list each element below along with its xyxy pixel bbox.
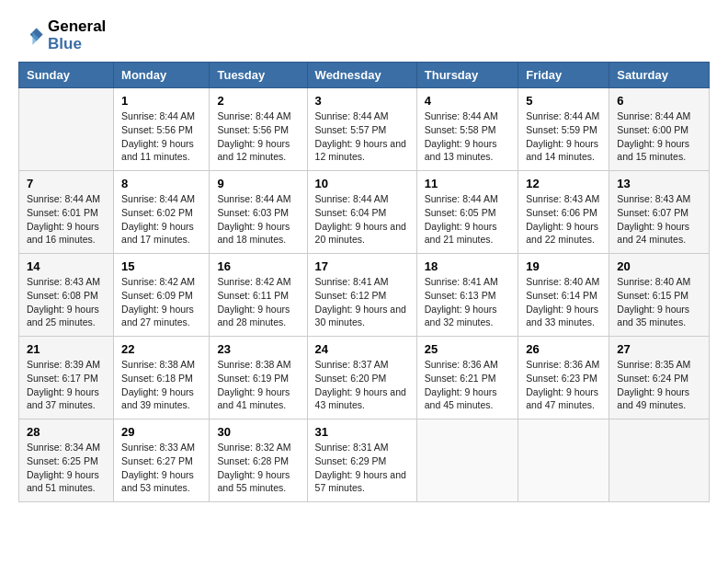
calendar-week-row: 28Sunrise: 8:34 AMSunset: 6:25 PMDayligh…: [19, 419, 710, 502]
calendar-week-row: 1Sunrise: 8:44 AMSunset: 5:56 PMDaylight…: [19, 88, 710, 171]
day-number: 31: [315, 425, 409, 439]
day-info: Sunrise: 8:44 AMSunset: 5:57 PMDaylight:…: [315, 109, 409, 164]
day-number: 13: [617, 177, 701, 190]
day-number: 20: [617, 259, 701, 273]
day-info: Sunrise: 8:36 AMSunset: 6:23 PMDaylight:…: [526, 358, 601, 412]
day-number: 24: [315, 342, 409, 356]
day-number: 1: [121, 94, 201, 108]
day-info: Sunrise: 8:44 AMSunset: 5:56 PMDaylight:…: [121, 109, 201, 164]
day-info: Sunrise: 8:44 AMSunset: 6:03 PMDaylight:…: [217, 192, 299, 247]
calendar-cell: 2Sunrise: 8:44 AMSunset: 5:56 PMDaylight…: [210, 88, 307, 171]
calendar-cell: 28Sunrise: 8:34 AMSunset: 6:25 PMDayligh…: [19, 419, 114, 502]
day-number: 8: [121, 177, 201, 190]
weekday-header: Monday: [114, 63, 210, 88]
day-info: Sunrise: 8:43 AMSunset: 6:06 PMDaylight:…: [526, 192, 601, 247]
calendar-cell: [19, 88, 114, 171]
day-info: Sunrise: 8:34 AMSunset: 6:25 PMDaylight:…: [27, 441, 106, 495]
weekday-header: Tuesday: [210, 63, 307, 88]
calendar-cell: 15Sunrise: 8:42 AMSunset: 6:09 PMDayligh…: [114, 254, 210, 337]
calendar-cell: 20Sunrise: 8:40 AMSunset: 6:15 PMDayligh…: [609, 254, 710, 337]
calendar-week-row: 21Sunrise: 8:39 AMSunset: 6:17 PMDayligh…: [19, 337, 710, 419]
day-number: 18: [425, 259, 510, 273]
calendar-cell: 16Sunrise: 8:42 AMSunset: 6:11 PMDayligh…: [210, 254, 307, 337]
day-number: 17: [315, 259, 409, 273]
calendar-cell: 10Sunrise: 8:44 AMSunset: 6:04 PMDayligh…: [307, 171, 416, 254]
day-number: 27: [617, 342, 701, 356]
weekday-header: Saturday: [609, 63, 710, 88]
day-number: 4: [425, 94, 510, 108]
day-number: 16: [217, 259, 299, 273]
calendar-cell: 7Sunrise: 8:44 AMSunset: 6:01 PMDaylight…: [19, 171, 114, 254]
calendar-cell: 31Sunrise: 8:31 AMSunset: 6:29 PMDayligh…: [307, 419, 416, 502]
day-number: 14: [27, 259, 106, 273]
day-number: 15: [121, 259, 201, 273]
page-header: General Blue: [18, 18, 710, 52]
day-number: 19: [526, 259, 601, 273]
day-number: 25: [425, 342, 510, 356]
day-number: 22: [121, 342, 201, 356]
day-number: 30: [217, 425, 299, 439]
day-number: 29: [121, 425, 201, 439]
calendar-cell: 23Sunrise: 8:38 AMSunset: 6:19 PMDayligh…: [210, 337, 307, 419]
calendar-week-row: 7Sunrise: 8:44 AMSunset: 6:01 PMDaylight…: [19, 171, 710, 254]
calendar-cell: 12Sunrise: 8:43 AMSunset: 6:06 PMDayligh…: [518, 171, 609, 254]
day-number: 23: [217, 342, 299, 356]
calendar-cell: 6Sunrise: 8:44 AMSunset: 6:00 PMDaylight…: [609, 88, 710, 171]
calendar-week-row: 14Sunrise: 8:43 AMSunset: 6:08 PMDayligh…: [19, 254, 710, 337]
day-number: 7: [27, 177, 106, 190]
day-info: Sunrise: 8:43 AMSunset: 6:07 PMDaylight:…: [617, 192, 701, 247]
calendar-cell: 8Sunrise: 8:44 AMSunset: 6:02 PMDaylight…: [114, 171, 210, 254]
day-number: 11: [425, 177, 510, 190]
day-info: Sunrise: 8:35 AMSunset: 6:24 PMDaylight:…: [617, 358, 701, 412]
day-number: 21: [27, 342, 106, 356]
weekday-header: Thursday: [416, 63, 518, 88]
day-number: 6: [617, 94, 701, 108]
day-info: Sunrise: 8:44 AMSunset: 6:02 PMDaylight:…: [121, 192, 201, 247]
logo-text: General Blue: [48, 18, 106, 52]
day-info: Sunrise: 8:39 AMSunset: 6:17 PMDaylight:…: [27, 358, 106, 412]
day-info: Sunrise: 8:36 AMSunset: 6:21 PMDaylight:…: [425, 358, 510, 412]
day-number: 3: [315, 94, 409, 108]
day-info: Sunrise: 8:44 AMSunset: 6:05 PMDaylight:…: [425, 192, 510, 247]
day-number: 2: [217, 94, 299, 108]
day-info: Sunrise: 8:38 AMSunset: 6:19 PMDaylight:…: [217, 358, 299, 412]
calendar-cell: 9Sunrise: 8:44 AMSunset: 6:03 PMDaylight…: [210, 171, 307, 254]
calendar-cell: 27Sunrise: 8:35 AMSunset: 6:24 PMDayligh…: [609, 337, 710, 419]
calendar-cell: 14Sunrise: 8:43 AMSunset: 6:08 PMDayligh…: [19, 254, 114, 337]
day-info: Sunrise: 8:42 AMSunset: 6:09 PMDaylight:…: [121, 275, 201, 329]
logo: General Blue: [18, 18, 106, 52]
day-number: 10: [315, 177, 409, 190]
day-info: Sunrise: 8:31 AMSunset: 6:29 PMDaylight:…: [315, 441, 409, 495]
calendar-cell: 5Sunrise: 8:44 AMSunset: 5:59 PMDaylight…: [518, 88, 609, 171]
calendar-cell: 29Sunrise: 8:33 AMSunset: 6:27 PMDayligh…: [114, 419, 210, 502]
calendar-cell: 4Sunrise: 8:44 AMSunset: 5:58 PMDaylight…: [416, 88, 518, 171]
day-info: Sunrise: 8:32 AMSunset: 6:28 PMDaylight:…: [217, 441, 299, 495]
day-info: Sunrise: 8:44 AMSunset: 6:00 PMDaylight:…: [617, 109, 701, 164]
day-number: 28: [27, 425, 106, 439]
calendar-cell: 30Sunrise: 8:32 AMSunset: 6:28 PMDayligh…: [210, 419, 307, 502]
day-info: Sunrise: 8:37 AMSunset: 6:20 PMDaylight:…: [315, 358, 409, 412]
day-info: Sunrise: 8:33 AMSunset: 6:27 PMDaylight:…: [121, 441, 201, 495]
logo-icon: [18, 23, 44, 49]
day-info: Sunrise: 8:42 AMSunset: 6:11 PMDaylight:…: [217, 275, 299, 329]
day-info: Sunrise: 8:41 AMSunset: 6:12 PMDaylight:…: [315, 275, 409, 329]
day-number: 26: [526, 342, 601, 356]
calendar-cell: 26Sunrise: 8:36 AMSunset: 6:23 PMDayligh…: [518, 337, 609, 419]
weekday-header: Wednesday: [307, 63, 416, 88]
calendar-cell: [416, 419, 518, 502]
day-info: Sunrise: 8:44 AMSunset: 6:04 PMDaylight:…: [315, 192, 409, 247]
calendar-cell: 18Sunrise: 8:41 AMSunset: 6:13 PMDayligh…: [416, 254, 518, 337]
calendar-cell: [518, 419, 609, 502]
day-info: Sunrise: 8:38 AMSunset: 6:18 PMDaylight:…: [121, 358, 201, 412]
calendar-cell: 19Sunrise: 8:40 AMSunset: 6:14 PMDayligh…: [518, 254, 609, 337]
day-info: Sunrise: 8:44 AMSunset: 5:59 PMDaylight:…: [526, 109, 601, 164]
weekday-header-row: SundayMondayTuesdayWednesdayThursdayFrid…: [19, 63, 710, 88]
calendar-table: SundayMondayTuesdayWednesdayThursdayFrid…: [18, 62, 710, 502]
day-number: 9: [217, 177, 299, 190]
calendar-cell: 25Sunrise: 8:36 AMSunset: 6:21 PMDayligh…: [416, 337, 518, 419]
day-info: Sunrise: 8:44 AMSunset: 5:56 PMDaylight:…: [217, 109, 299, 164]
day-info: Sunrise: 8:44 AMSunset: 5:58 PMDaylight:…: [425, 109, 510, 164]
calendar-cell: 17Sunrise: 8:41 AMSunset: 6:12 PMDayligh…: [307, 254, 416, 337]
day-info: Sunrise: 8:44 AMSunset: 6:01 PMDaylight:…: [27, 192, 106, 247]
day-info: Sunrise: 8:41 AMSunset: 6:13 PMDaylight:…: [425, 275, 510, 329]
